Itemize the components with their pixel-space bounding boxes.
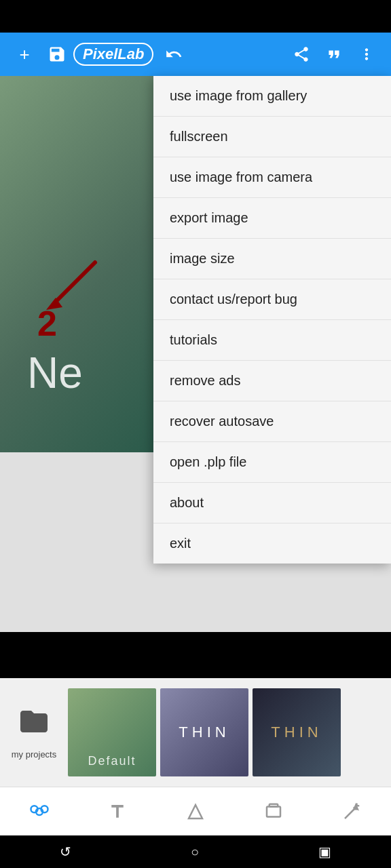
svg-line-2 [54, 262, 95, 303]
app-logo: PixelLab [73, 43, 153, 66]
android-nav-bar: ↺ ○ ▣ [0, 835, 391, 868]
nav-text-button[interactable] [100, 794, 135, 829]
nav-magic-button[interactable] [334, 794, 369, 829]
menu-item-about[interactable]: about [153, 483, 391, 524]
template-strip: my projects Default THIN THIN [0, 678, 391, 787]
menu-item-image-size[interactable]: image size [153, 239, 391, 279]
annotation-number-2: 2 [37, 303, 57, 344]
svg-line-10 [345, 809, 354, 818]
menu-item-export-image[interactable]: export image [153, 198, 391, 239]
menu-item-tutorials[interactable]: tutorials [153, 320, 391, 361]
menu-item-remove-ads[interactable]: remove ads [153, 361, 391, 401]
status-bar [0, 0, 391, 33]
add-button[interactable]: + [8, 38, 41, 71]
menu-item-use-image-gallery[interactable]: use image from gallery [153, 76, 391, 117]
nav-effects-button[interactable] [22, 794, 57, 829]
svg-rect-8 [267, 806, 280, 816]
share-button[interactable] [285, 38, 318, 71]
template-thumb-thin2[interactable]: THIN [253, 688, 341, 776]
save-button[interactable] [41, 38, 73, 71]
android-recent-button[interactable]: ▣ [318, 844, 331, 860]
bottom-nav [0, 787, 391, 835]
android-home-button[interactable]: ○ [191, 844, 199, 860]
more-options-button[interactable] [350, 38, 383, 71]
nav-shape-button[interactable] [178, 794, 213, 829]
svg-rect-9 [269, 804, 278, 806]
menu-item-contact-us[interactable]: contact us/report bug [153, 279, 391, 320]
folder-icon [18, 705, 50, 744]
canvas-text: Ne [27, 348, 83, 398]
template-thumb-default[interactable]: Default [68, 688, 156, 776]
menu-item-fullscreen[interactable]: fullscreen [153, 117, 391, 157]
my-projects-label: my projects [12, 749, 56, 760]
menu-item-open-plp-file[interactable]: open .plp file [153, 442, 391, 483]
logo-area: PixelLab [73, 39, 285, 69]
nav-layers-button[interactable] [256, 794, 291, 829]
menu-item-recover-autosave[interactable]: recover autosave [153, 401, 391, 442]
android-back-button[interactable]: ↺ [60, 844, 71, 860]
template-default-label: Default [68, 688, 156, 776]
svg-marker-7 [189, 805, 202, 818]
menu-item-exit[interactable]: exit [153, 524, 391, 564]
undo-button[interactable] [159, 39, 189, 69]
dropdown-menu: use image from gallery fullscreen use im… [153, 76, 391, 564]
template-thin1-label: THIN [160, 688, 248, 776]
template-thumb-thin1[interactable]: THIN [160, 688, 248, 776]
toolbar: + PixelLab [0, 33, 391, 76]
menu-item-use-image-camera[interactable]: use image from camera [153, 157, 391, 198]
quote-button[interactable] [318, 38, 350, 71]
my-projects[interactable]: my projects [0, 705, 68, 760]
template-thin2-label: THIN [253, 688, 341, 776]
